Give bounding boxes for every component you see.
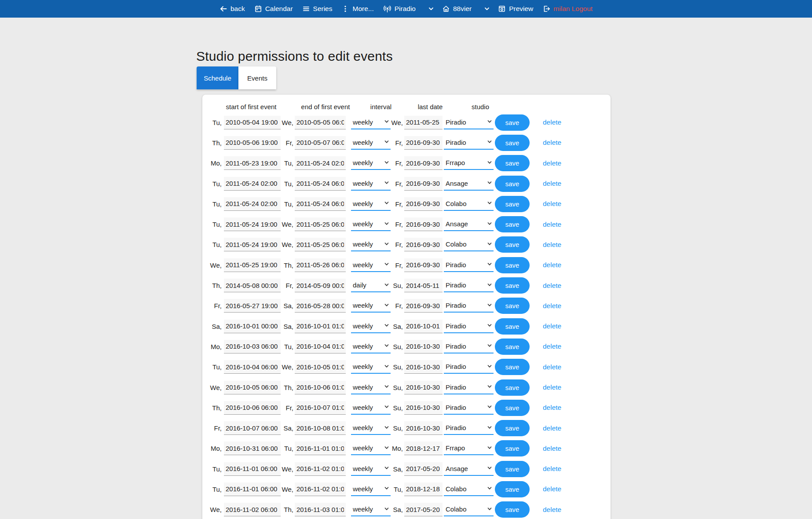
- save-button[interactable]: save: [495, 114, 530, 131]
- save-button[interactable]: save: [495, 236, 530, 253]
- end-datetime-input[interactable]: [295, 462, 346, 476]
- save-button[interactable]: save: [495, 298, 530, 314]
- last-date-input[interactable]: [404, 258, 443, 272]
- end-datetime-input[interactable]: [295, 217, 346, 231]
- delete-link[interactable]: delete: [543, 465, 561, 473]
- last-date-input[interactable]: [404, 238, 443, 251]
- end-datetime-input[interactable]: [295, 421, 346, 435]
- last-date-input[interactable]: [404, 177, 443, 191]
- last-date-input[interactable]: [404, 401, 443, 415]
- interval-select[interactable]: weekly: [351, 442, 391, 455]
- last-date-input[interactable]: [404, 421, 443, 435]
- end-datetime-input[interactable]: [295, 136, 346, 150]
- nav-back[interactable]: back: [219, 5, 245, 13]
- start-datetime-input[interactable]: [224, 320, 281, 333]
- start-datetime-input[interactable]: [224, 401, 281, 415]
- start-datetime-input[interactable]: [224, 156, 281, 170]
- save-button[interactable]: save: [495, 501, 530, 518]
- delete-link[interactable]: delete: [543, 445, 561, 453]
- start-datetime-input[interactable]: [224, 503, 281, 516]
- last-date-input[interactable]: [404, 299, 443, 313]
- save-button[interactable]: save: [495, 461, 530, 477]
- save-button[interactable]: save: [495, 318, 530, 335]
- delete-link[interactable]: delete: [543, 118, 561, 126]
- interval-select[interactable]: weekly: [351, 156, 391, 170]
- delete-link[interactable]: delete: [543, 200, 561, 208]
- start-datetime-input[interactable]: [224, 381, 281, 394]
- delete-link[interactable]: delete: [543, 261, 561, 269]
- start-datetime-input[interactable]: [224, 116, 281, 129]
- interval-select[interactable]: weekly: [351, 299, 391, 313]
- start-datetime-input[interactable]: [224, 279, 281, 292]
- start-datetime-input[interactable]: [224, 442, 281, 455]
- start-datetime-input[interactable]: [224, 238, 281, 251]
- save-button[interactable]: save: [495, 257, 530, 273]
- studio-select[interactable]: Frrapo: [444, 442, 494, 455]
- nav-series[interactable]: Series: [302, 5, 333, 13]
- start-datetime-input[interactable]: [224, 482, 281, 496]
- last-date-input[interactable]: [404, 442, 443, 455]
- end-datetime-input[interactable]: [295, 177, 346, 191]
- studio-select[interactable]: Ansage: [444, 217, 494, 231]
- interval-select[interactable]: weekly: [351, 462, 391, 476]
- save-button[interactable]: save: [495, 216, 530, 232]
- save-button[interactable]: save: [495, 420, 530, 436]
- last-date-input[interactable]: [404, 197, 443, 211]
- studio-select[interactable]: Ansage: [444, 177, 494, 191]
- end-datetime-input[interactable]: [295, 360, 346, 374]
- end-datetime-input[interactable]: [295, 320, 346, 333]
- piradio-chevron-down-icon[interactable]: [428, 5, 435, 12]
- end-datetime-input[interactable]: [295, 503, 346, 516]
- interval-select[interactable]: weekly: [351, 320, 391, 333]
- save-button[interactable]: save: [495, 155, 530, 171]
- nav-preview[interactable]: Preview: [498, 5, 533, 13]
- delete-link[interactable]: delete: [543, 363, 561, 371]
- tab-schedule[interactable]: Schedule: [197, 66, 238, 89]
- delete-link[interactable]: delete: [543, 383, 561, 391]
- end-datetime-input[interactable]: [295, 197, 346, 211]
- save-button[interactable]: save: [495, 277, 530, 294]
- start-datetime-input[interactable]: [224, 177, 281, 191]
- delete-link[interactable]: delete: [543, 302, 561, 310]
- interval-select[interactable]: weekly: [351, 421, 391, 435]
- end-datetime-input[interactable]: [295, 401, 346, 415]
- save-button[interactable]: save: [495, 339, 530, 355]
- nav-more[interactable]: More...: [341, 5, 373, 13]
- start-datetime-input[interactable]: [224, 197, 281, 211]
- start-datetime-input[interactable]: [224, 299, 281, 313]
- delete-link[interactable]: delete: [543, 404, 561, 412]
- studio-select[interactable]: Piradio: [444, 320, 494, 333]
- save-button[interactable]: save: [495, 379, 530, 396]
- studio-select[interactable]: Ansage: [444, 462, 494, 476]
- last-date-input[interactable]: [404, 360, 443, 374]
- studio-select[interactable]: Piradio: [444, 421, 494, 435]
- studio-select[interactable]: Piradio: [444, 360, 494, 374]
- interval-select[interactable]: weekly: [351, 340, 391, 353]
- studio-select[interactable]: Piradio: [444, 381, 494, 394]
- save-button[interactable]: save: [495, 196, 530, 212]
- delete-link[interactable]: delete: [543, 342, 561, 350]
- save-button[interactable]: save: [495, 176, 530, 192]
- start-datetime-input[interactable]: [224, 340, 281, 353]
- interval-select[interactable]: weekly: [351, 258, 391, 272]
- studio-select[interactable]: Piradio: [444, 299, 494, 313]
- start-datetime-input[interactable]: [224, 360, 281, 374]
- last-date-input[interactable]: [404, 156, 443, 170]
- end-datetime-input[interactable]: [295, 258, 346, 272]
- end-datetime-input[interactable]: [295, 381, 346, 394]
- start-datetime-input[interactable]: [224, 258, 281, 272]
- interval-select[interactable]: weekly: [351, 381, 391, 394]
- end-datetime-input[interactable]: [295, 299, 346, 313]
- studio-select[interactable]: Colabo: [444, 482, 494, 496]
- end-datetime-input[interactable]: [295, 340, 346, 353]
- interval-select[interactable]: daily: [351, 279, 391, 292]
- end-datetime-input[interactable]: [295, 279, 346, 292]
- start-datetime-input[interactable]: [224, 136, 281, 150]
- studio-select[interactable]: Piradio: [444, 136, 494, 150]
- interval-select[interactable]: weekly: [351, 177, 391, 191]
- studio-select[interactable]: Colabo: [444, 238, 494, 251]
- 88vier-chevron-down-icon[interactable]: [483, 5, 490, 12]
- last-date-input[interactable]: [404, 340, 443, 353]
- interval-select[interactable]: weekly: [351, 503, 391, 516]
- studio-select[interactable]: Colabo: [444, 197, 494, 211]
